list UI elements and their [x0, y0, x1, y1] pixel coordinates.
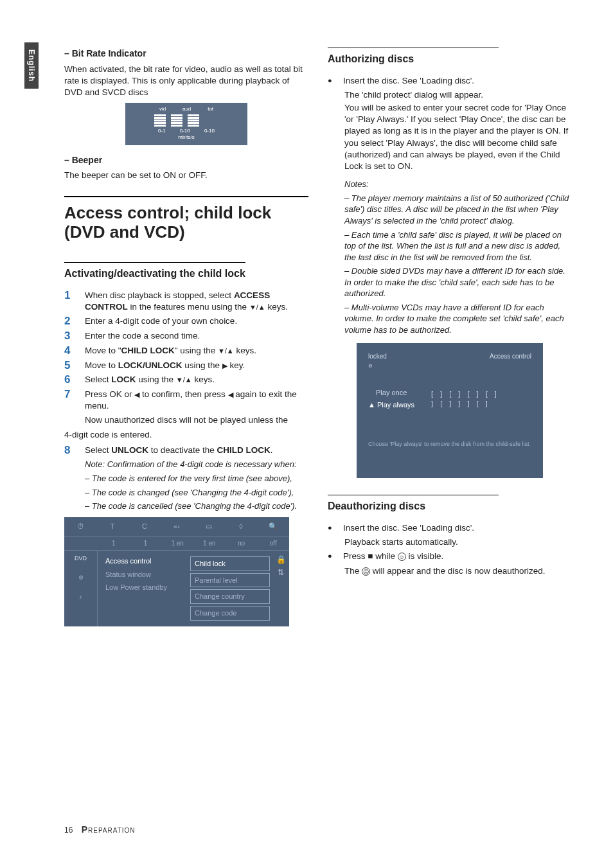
note-line: – The code is changed (see 'Changing the… [85, 487, 308, 499]
beeper-heading: – Beeper [64, 154, 308, 166]
bullet-item: Insert the disc. See 'Loading disc'. [328, 522, 572, 534]
bullet-item: Press ■ while ☺ is visible. [328, 551, 572, 562]
access-control-dialog: locked⊘ Access control Play once Play al… [357, 343, 543, 478]
step-text: Enter a 4-digit code of your own choice. [85, 315, 308, 328]
note-lead: Note: Confirmation of the 4-digit code i… [85, 459, 308, 470]
auth-para: You will be asked to enter your secret c… [344, 102, 572, 172]
page-content: – Bit Rate Indicator When activated, the… [64, 39, 572, 632]
menu-left-icons: DVD ⚙ ♪ [64, 551, 98, 626]
step-text: Press OK or ◀ to confirm, then press ◀ a… [85, 389, 308, 412]
sub-line: The 'child protect' dialog will appear. [344, 89, 572, 101]
childlock-heading: Activating/deactivating the child lock [64, 262, 245, 281]
step-text: Select UNLOCK to deactivate the CHILD LO… [85, 445, 308, 457]
menu-sub-item: Child lock [190, 556, 270, 571]
dialog-locked: locked⊘ [368, 352, 387, 369]
bullet-item: Insert the disc. See 'Loading disc'. [328, 75, 572, 87]
menu-val: 1 [98, 536, 130, 550]
menu-val: 1 en [161, 536, 193, 550]
page-footer: 16 PREPARATION [64, 824, 136, 836]
br-scale-2: 0-10 [204, 128, 215, 135]
note-line: – The code is cancelled (see 'Changing t… [85, 500, 308, 512]
step-num: 8 [64, 445, 76, 457]
section-title: Access control; child lock (DVD and VCD) [64, 196, 308, 242]
dialog-opt-always: Play always [368, 399, 414, 411]
menu-sub-item: Change country [190, 589, 270, 604]
authorizing-heading: Authorizing discs [328, 48, 499, 66]
br-unit: mbits/s [178, 134, 194, 141]
menu-item: Status window [103, 568, 182, 581]
menu-item: Access control [103, 554, 182, 568]
tab-icon: T [96, 522, 129, 531]
deauthorizing-heading: Deauthorizing discs [328, 495, 499, 513]
step-num: 7 [64, 389, 76, 412]
step-num: 1 [64, 290, 76, 313]
bitrate-heading: – Bit Rate Indicator [64, 48, 308, 60]
tab-icon: ⏱ [64, 522, 96, 531]
menu-lock-icons: 🔒 ⇅ [272, 551, 289, 626]
br-scale-1: 0-10 [180, 128, 190, 135]
menu-val: 1 en [193, 536, 226, 550]
note-line: – Multi-volume VCDs may have a different… [344, 302, 572, 336]
lock-icon: 🔒 [274, 554, 288, 565]
menu-val: 1 [130, 536, 162, 550]
menu-val: no [226, 536, 258, 550]
dialog-title: Access control [490, 352, 531, 369]
tab-icon: ◊ [225, 522, 257, 531]
note-line: – The player memory maintains a list of … [344, 193, 572, 227]
br-col-vid: vid [159, 106, 166, 113]
sub-line: The ☹ will appear and the disc is now de… [344, 565, 572, 577]
bitrate-body: When activated, the bit rate for video, … [64, 64, 308, 99]
safe-face-icon: ☺ [398, 553, 406, 561]
dialog-footnote: Choose 'Play always' to remove the disk … [368, 427, 531, 448]
note-line: – Double sided DVDs may have a different… [344, 265, 572, 299]
steps-list: 1 When disc playback is stopped, select … [64, 290, 308, 412]
br-col-tot: tot [208, 106, 213, 113]
step-text: When disc playback is stopped, select AC… [85, 290, 308, 313]
step-text: Move to "CHILD LOCK" using the ▼/▲ keys. [85, 345, 308, 357]
step-text: Select LOCK using the ▼/▲ keys. [85, 374, 308, 386]
br-col-aud: aud [182, 106, 191, 113]
note-line: – The code is entered for the very first… [85, 473, 308, 484]
step7-result-a: Now unauthorized discs will not be playe… [85, 414, 308, 426]
step-text: Enter the code a second time. [85, 330, 308, 342]
sub-line: Playback starts automatically. [344, 536, 572, 548]
beeper-body: The beeper can be set to ON or OFF. [64, 170, 308, 181]
menu-sub-item: Change code [190, 606, 270, 621]
step-num: 2 [64, 315, 76, 328]
br-scale-0: 0-1 [158, 128, 166, 135]
left-column: – Bit Rate Indicator When activated, the… [64, 39, 308, 632]
step7-result-b: 4-digit code is entered. [64, 429, 308, 441]
level-icon: ⇅ [274, 567, 288, 578]
page-number: 16 [64, 826, 73, 835]
tab-icon: 🔍 [257, 522, 289, 531]
bitrate-graphic: vid aud tot 0-1 0-10 0-10 mbits/s [125, 103, 247, 145]
step-num: 5 [64, 360, 76, 372]
dialog-code-1: [ ] [ ] [ ] [ ] [431, 389, 499, 399]
tab-icon: «‹ [161, 522, 193, 531]
tab-icon: C [129, 522, 161, 531]
right-column: Authorizing discs Insert the disc. See '… [328, 39, 572, 632]
step-num: 3 [64, 330, 76, 342]
dialog-code-2: ] [ ] ] ] [ ] [431, 399, 499, 409]
features-menu-graphic: ⏱ T C «‹ ▭ ◊ 🔍 1 1 1 en 1 en no off DVD … [64, 517, 289, 626]
unsafe-face-icon: ☹ [362, 567, 370, 576]
note-line: – Each time a 'child safe' disc is playe… [344, 229, 572, 263]
step-text: Move to LOCK/UNLOCK using the ▶ key. [85, 360, 308, 372]
step-num: 6 [64, 374, 76, 386]
step-num: 4 [64, 345, 76, 357]
language-tab: English [24, 42, 39, 89]
footer-section: REPARATION [88, 827, 136, 834]
dialog-opt-once: Play once [368, 387, 414, 399]
menu-val: off [257, 536, 289, 550]
menu-item: Low Power standby [103, 581, 182, 594]
tab-icon: ▭ [193, 522, 225, 531]
menu-sub-item: Parental level [190, 573, 270, 588]
notes-head: Notes: [344, 179, 572, 190]
